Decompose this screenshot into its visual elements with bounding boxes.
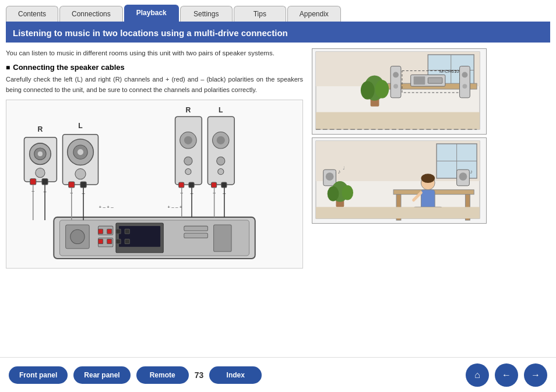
intro-text: You can listen to music in different roo… (6, 48, 303, 58)
svg-rect-37 (212, 182, 217, 188)
svg-rect-7 (30, 179, 36, 185)
speaker-diagram-container: R + – L + – (6, 100, 303, 269)
home-button[interactable]: ⌂ (466, 363, 489, 387)
page-title: Listening to music in two locations usin… (13, 28, 543, 38)
speaker-diagram: R + – L + – (6, 100, 302, 269)
svg-rect-50 (107, 229, 112, 234)
svg-point-15 (75, 169, 86, 179)
page-number: 73 (195, 370, 204, 380)
rear-panel-button[interactable]: Rear panel (73, 366, 130, 384)
footer: Front panel Rear panel Remote 73 Index ⌂… (0, 357, 556, 392)
svg-point-118 (342, 185, 353, 200)
svg-text:♩: ♩ (343, 165, 345, 171)
section-title: Connecting the speaker cables (6, 63, 303, 72)
tab-tips[interactable]: Tips (234, 6, 286, 22)
svg-rect-85 (390, 66, 401, 98)
back-button[interactable]: ← (495, 363, 518, 387)
svg-rect-28 (189, 182, 194, 188)
svg-text:R: R (186, 106, 191, 114)
svg-point-14 (78, 149, 83, 155)
svg-point-25 (185, 169, 191, 175)
room-image-top: M-CR610 (312, 48, 487, 135)
svg-point-34 (217, 157, 225, 165)
svg-text:M-CR610: M-CR610 (439, 69, 459, 74)
front-panel-button[interactable]: Front panel (9, 366, 68, 384)
svg-rect-79 (428, 77, 442, 83)
svg-point-104 (421, 174, 435, 183)
svg-rect-38 (221, 182, 227, 188)
svg-rect-56 (125, 239, 129, 244)
svg-point-35 (218, 169, 224, 175)
svg-point-91 (375, 80, 389, 98)
svg-text:L: L (219, 106, 223, 114)
svg-rect-58 (184, 234, 208, 238)
home-icon: ⌂ (474, 370, 480, 380)
tab-appendix[interactable]: Appendix (287, 6, 341, 22)
svg-rect-55 (116, 239, 121, 244)
svg-text:+  –  –  +: + – – + (167, 204, 182, 210)
svg-point-87 (393, 84, 398, 89)
back-icon: ← (502, 370, 511, 380)
svg-text:+  –  +  –: + – + – (98, 204, 114, 210)
svg-point-109 (326, 172, 334, 181)
svg-rect-9 (42, 179, 48, 185)
svg-text:R: R (38, 125, 43, 133)
svg-point-83 (462, 72, 468, 77)
svg-point-113 (459, 172, 467, 181)
svg-point-117 (328, 186, 339, 202)
main-content: You can listen to music in different roo… (0, 43, 556, 269)
svg-point-44 (71, 230, 85, 244)
svg-rect-27 (179, 182, 184, 188)
svg-rect-51 (116, 229, 121, 234)
svg-point-23 (184, 136, 192, 144)
svg-text:♪: ♪ (337, 168, 340, 175)
forward-button[interactable]: → (524, 363, 547, 387)
svg-rect-53 (98, 239, 103, 244)
right-section: M-CR610 (312, 48, 487, 269)
svg-rect-78 (414, 76, 425, 84)
svg-text:L: L (78, 122, 83, 130)
tab-playback[interactable]: Playback (124, 5, 179, 22)
svg-rect-17 (69, 182, 75, 188)
remote-button[interactable]: Remote (136, 366, 189, 384)
left-section: You can listen to music in different roo… (6, 48, 303, 269)
svg-rect-19 (80, 182, 86, 188)
svg-rect-119 (316, 207, 480, 218)
svg-point-33 (217, 136, 225, 144)
tab-connections[interactable]: Connections (59, 6, 123, 22)
svg-point-86 (393, 72, 399, 77)
svg-point-84 (463, 84, 467, 89)
nav-tabs: Contents Connections Playback Settings T… (0, 0, 556, 22)
svg-point-90 (361, 81, 375, 100)
index-button[interactable]: Index (209, 366, 262, 384)
svg-point-5 (36, 168, 45, 178)
svg-text:♪: ♪ (470, 168, 473, 175)
page-title-banner: Listening to music in two locations usin… (6, 23, 550, 43)
tab-contents[interactable]: Contents (6, 6, 58, 22)
svg-point-4 (38, 152, 43, 157)
forward-icon: → (531, 370, 540, 380)
svg-rect-92 (316, 112, 480, 130)
section-body: Carefully check the left (L) and right (… (6, 75, 303, 95)
svg-rect-49 (98, 229, 103, 234)
svg-rect-82 (460, 66, 470, 98)
room-image-bottom: ♪ ♩ ♪ (312, 137, 487, 224)
svg-rect-57 (184, 227, 208, 231)
svg-rect-54 (107, 239, 112, 244)
svg-point-24 (184, 157, 192, 165)
tab-settings[interactable]: Settings (180, 6, 233, 22)
svg-rect-59 (214, 225, 231, 252)
svg-rect-52 (125, 229, 129, 234)
